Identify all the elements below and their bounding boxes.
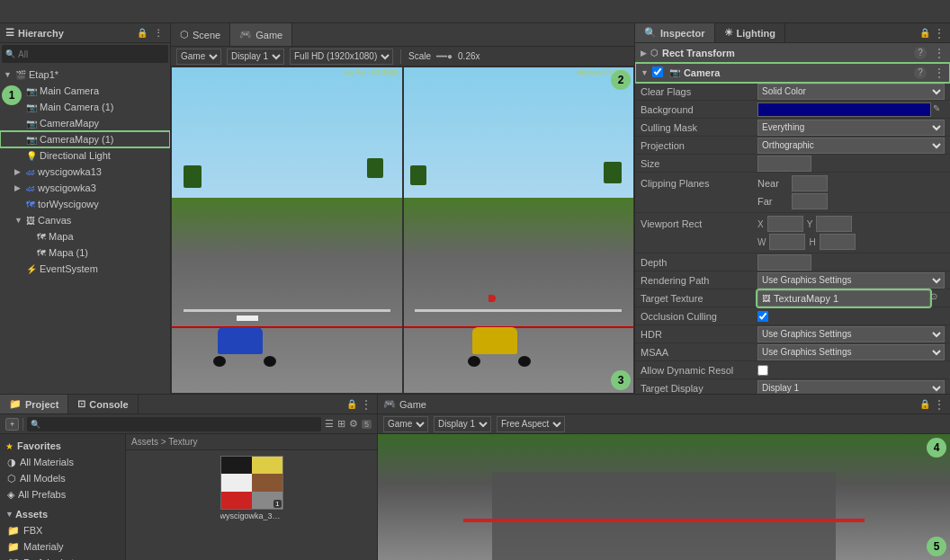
arrow-canvas: ▼: [14, 216, 23, 225]
rect-transform-title: Rect Transform: [662, 48, 910, 58]
background-color-pick-btn[interactable]: ✎: [933, 103, 945, 116]
project-add-btn[interactable]: +: [5, 418, 19, 431]
tree-item-camera-mapy[interactable]: ▶ 📷 CameraMapy: [0, 115, 170, 131]
project-tab[interactable]: 📁 Project: [0, 395, 68, 413]
target-texture-label: Target Texture: [641, 293, 757, 304]
depth-value: -1: [757, 254, 945, 271]
far-input[interactable]: 1000: [792, 193, 828, 209]
tree-item-wyscigowka13[interactable]: ▶ 🏎 wyscigowka13: [0, 164, 170, 180]
sidebar-prefabrykaty[interactable]: 📁 Prefabrykaty: [0, 555, 125, 560]
breadcrumb: Assets > Textury: [126, 434, 377, 450]
project-content: 1 wyscigowka_3_512...: [126, 450, 377, 526]
vp-y-input[interactable]: 0: [816, 216, 852, 232]
console-tab[interactable]: ⊡ Console: [68, 395, 138, 413]
game-bottom-select[interactable]: Game: [383, 416, 428, 432]
tree-item-mapa[interactable]: ▶ 🗺 Mapa: [0, 228, 170, 244]
tree-item-canvas[interactable]: ▼ 🖼 Canvas: [0, 212, 170, 228]
target-texture-field[interactable]: 🖼 TexturaMapy 1: [757, 290, 930, 307]
target-texture-name: TexturaMapy 1: [774, 293, 838, 304]
near-input[interactable]: 0.3: [792, 175, 828, 191]
materialy-label: Materialy: [23, 541, 64, 552]
sidebar-all-models[interactable]: ⬡ All Models: [0, 470, 125, 486]
hierarchy-search-input[interactable]: [18, 49, 165, 59]
tree-item-event-system[interactable]: ▶ ⚡ EventSystem: [0, 261, 170, 277]
project-grid-icon[interactable]: ⊞: [337, 418, 345, 430]
game-view[interactable]: klej Wars AS SWjG: [171, 67, 634, 394]
hierarchy-lock-icon[interactable]: 🔒: [136, 27, 148, 40]
scene-tab[interactable]: ⬡ Scene: [171, 23, 230, 46]
rendering-path-select[interactable]: Use Graphics Settings: [757, 272, 945, 289]
sidebar-materialy[interactable]: 📁 Materialy: [0, 538, 125, 555]
texture-thumb-item[interactable]: 1 wyscigowka_3_512...: [131, 456, 372, 520]
tree-item-mapa-1[interactable]: ▶ 🗺 Mapa (1): [0, 244, 170, 261]
sidebar-fbx[interactable]: 📁 FBX: [0, 522, 125, 538]
projection-select[interactable]: Orthographic: [757, 138, 945, 154]
occlusion-culling-value: [757, 311, 945, 322]
inspector-menu-icon[interactable]: ⋮: [934, 27, 945, 40]
aspect-select[interactable]: Free Aspect: [497, 416, 565, 432]
mapa-icon: 🗺: [37, 232, 46, 242]
game-bottom-menu[interactable]: ⋮: [934, 398, 945, 411]
lighting-tab[interactable]: ☀ Lighting: [715, 23, 785, 42]
project-content-area: Assets > Textury: [126, 434, 377, 560]
background-value: ✎: [757, 102, 945, 117]
rect-transform-header[interactable]: ▶ ⬡ Rect Transform ? ⋮: [635, 43, 950, 63]
project-menu-icon[interactable]: ⋮: [361, 398, 372, 411]
cam-menu-icon[interactable]: ⋮: [934, 67, 945, 79]
size-input[interactable]: 30: [757, 156, 811, 172]
tree-item-main-camera[interactable]: ▶ 📷 Main Camera: [0, 83, 170, 99]
culling-mask-label: Culling Mask: [641, 122, 757, 133]
sidebar-all-prefabs[interactable]: ◈ All Prefabs: [0, 486, 125, 502]
vp-w-input[interactable]: 1: [769, 234, 805, 250]
all-models-label: All Models: [20, 473, 66, 484]
lighting-label: Lighting: [737, 28, 775, 39]
rt-menu-icon[interactable]: ⋮: [934, 47, 945, 59]
hierarchy-header: ☰ Hierarchy 🔒 ⋮: [0, 23, 170, 43]
project-settings-icon[interactable]: ⚙: [349, 418, 358, 430]
camera-comp-header[interactable]: ▼ 📷 Camera ? ⋮: [635, 63, 950, 83]
hierarchy-menu-icon[interactable]: ⋮: [152, 27, 165, 40]
rendering-path-value: Use Graphics Settings: [757, 272, 945, 289]
game-bottom-view[interactable]: 4 5: [378, 434, 950, 560]
target-display-select[interactable]: Display 1: [757, 380, 945, 395]
display-select[interactable]: Display 1: [227, 49, 284, 65]
project-lock-icon[interactable]: 🔒: [346, 399, 357, 409]
clear-flags-select[interactable]: Solid Color: [757, 84, 945, 100]
depth-input[interactable]: -1: [757, 254, 811, 271]
target-texture-link-btn[interactable]: ⊙: [930, 291, 945, 306]
game-select[interactable]: Game: [176, 49, 221, 65]
cam-enable-check[interactable]: [652, 67, 666, 79]
all-materials-label: All Materials: [20, 457, 74, 467]
vp-h-input[interactable]: 1: [820, 234, 856, 250]
allow-dynamic-check[interactable]: [757, 365, 768, 376]
canvas-icon: 🖼: [26, 216, 35, 226]
clear-flags-value: Solid Color: [757, 84, 945, 100]
msaa-select[interactable]: Use Graphics Settings: [757, 344, 945, 360]
game-bottom-panel: 🎮 Game 🔒 ⋮ Game Display 1 Free Aspect: [378, 395, 950, 560]
game-tab[interactable]: 🎮 Game: [230, 23, 292, 46]
hdr-value: Use Graphics Settings: [757, 326, 945, 342]
sidebar-all-materials[interactable]: ◑ All Materials: [0, 454, 125, 470]
rt-help-icon[interactable]: ?: [914, 47, 927, 59]
culling-mask-select[interactable]: Everything: [757, 120, 945, 136]
tor-icon: 🗺: [26, 200, 35, 209]
game-bottom-lock[interactable]: 🔒: [919, 399, 930, 409]
inspector-lock-icon[interactable]: 🔒: [919, 28, 930, 38]
occlusion-culling-check[interactable]: [757, 311, 768, 322]
vp-x-input[interactable]: 0: [767, 216, 803, 232]
background-color-swatch[interactable]: [757, 102, 931, 117]
project-search-input[interactable]: [43, 419, 318, 429]
display-bottom-select[interactable]: Display 1: [434, 416, 491, 432]
cam-help-icon[interactable]: ?: [914, 67, 927, 79]
hdr-select[interactable]: Use Graphics Settings: [757, 326, 945, 342]
tree-item-tor-wyscigowy[interactable]: ▶ 🗺 torWyscigowy: [0, 196, 170, 212]
tree-item-main-camera-1[interactable]: ▶ 📷 Main Camera (1): [0, 99, 170, 115]
tree-item-wyscigowka3[interactable]: ▶ 🏎 wyscigowka3: [0, 180, 170, 196]
project-filter-icon[interactable]: ☰: [325, 418, 334, 430]
tree-item-camera-mapy-1[interactable]: ▶ 📷 CameraMapy (1): [0, 131, 170, 147]
inspector-tab[interactable]: 🔍 Inspector: [635, 23, 715, 42]
tree-item-directional-light[interactable]: ▶ 💡 Directional Light: [0, 147, 170, 164]
tree-item-etap1[interactable]: ▼ 🎬 Etap1*: [0, 67, 170, 83]
resolution-select[interactable]: Full HD (1920x1080): [290, 49, 393, 65]
project-panel: 📁 Project ⊡ Console 🔒 ⋮ + 🔍 ☰ ⊞ ⚙ 5: [0, 395, 378, 560]
